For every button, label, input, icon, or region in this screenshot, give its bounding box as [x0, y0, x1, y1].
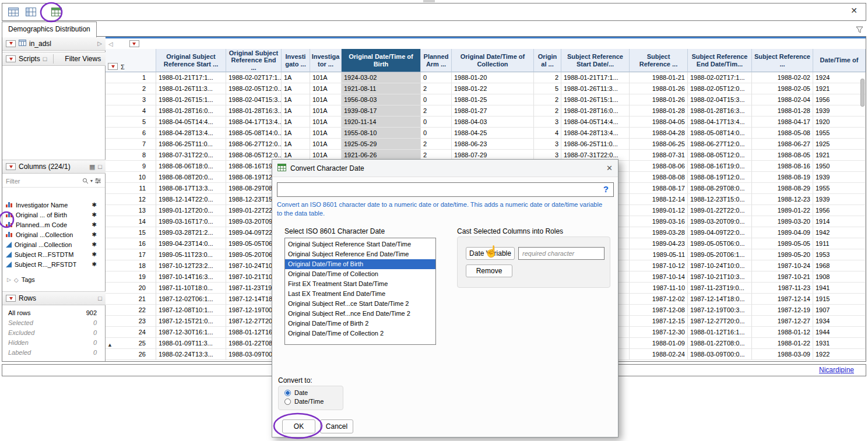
- remove-button[interactable]: Remove: [466, 264, 512, 277]
- column-list-item[interactable]: Original ...Collection✱: [2, 239, 105, 249]
- cell[interactable]: 1987-12-08: [630, 305, 688, 316]
- cell[interactable]: 1925-05-29: [342, 139, 421, 150]
- cell[interactable]: 1988-08-17T13:3...: [156, 183, 226, 194]
- cell[interactable]: 1987-12-27T20:0...: [688, 316, 752, 327]
- cell[interactable]: 1988-02-05T12:0...: [226, 83, 282, 94]
- cell[interactable]: 1988-12-14T22:0...: [156, 194, 226, 205]
- cell[interactable]: 1988-01-09: [630, 338, 688, 349]
- cell[interactable]: 1989-03-28: [630, 227, 688, 238]
- cell[interactable]: 1955: [813, 128, 866, 139]
- cell[interactable]: 1988-02-02T17:1...: [226, 72, 282, 83]
- cell[interactable]: 1988-06-27: [752, 139, 813, 150]
- cell[interactable]: 1988-01-22: [452, 83, 534, 94]
- cell[interactable]: 1988-02-24T13:3...: [156, 349, 226, 360]
- cell[interactable]: 1988-06-27T12:0...: [688, 139, 752, 150]
- cell[interactable]: 1934: [813, 316, 866, 327]
- cell[interactable]: 1989-03-16T17:0...: [156, 216, 226, 227]
- filter-input[interactable]: Filter: [6, 178, 20, 185]
- cell[interactable]: 1989-05-11: [630, 249, 688, 260]
- cell[interactable]: 1941: [813, 283, 866, 294]
- cell[interactable]: 1925: [813, 139, 866, 150]
- cell[interactable]: 1987-12-14: [752, 294, 813, 305]
- cell[interactable]: 1A: [282, 94, 310, 105]
- listbox-item[interactable]: Original Date/Time of Collection 2: [285, 329, 435, 338]
- cell[interactable]: 1987-12-08T10:1...: [156, 305, 226, 316]
- table-row[interactable]: 51988-04-05T14:4...1988-04-17T13:4...1A1…: [106, 117, 866, 128]
- cell[interactable]: 1955: [813, 183, 866, 194]
- cell[interactable]: 1988-02-04: [752, 94, 813, 105]
- listbox-item[interactable]: Original Subject Ref...nce End Date/Time…: [285, 309, 435, 319]
- cell[interactable]: 1988-01-26T11:3...: [156, 83, 226, 94]
- listbox-item[interactable]: Original Date/Time of Collection: [285, 269, 435, 279]
- cell[interactable]: 1988-04-28T13:4...: [561, 128, 630, 139]
- column-list-item[interactable]: Original ...Collection✱: [2, 230, 105, 239]
- row-number[interactable]: 4: [106, 105, 156, 117]
- vertical-scrollbar[interactable]: [860, 79, 865, 107]
- cell[interactable]: 1988-08-19: [752, 172, 813, 183]
- row-number[interactable]: 13: [106, 205, 156, 216]
- data-table-icon[interactable]: [7, 6, 20, 19]
- cell[interactable]: 1989-05-11T23:0...: [156, 249, 226, 260]
- column-header[interactable]: Original Date/Time of Birth: [342, 49, 421, 72]
- cell[interactable]: 1989-05-05T06:0...: [688, 238, 752, 249]
- cell[interactable]: 1988-04-17: [752, 117, 813, 128]
- cell[interactable]: 1988-06-25T11:0...: [561, 139, 630, 150]
- cell[interactable]: 1988-04-28T13:4...: [156, 128, 226, 139]
- rows-menu-button[interactable]: [6, 295, 16, 302]
- cell[interactable]: 1988-01-22T08:0...: [688, 338, 752, 349]
- cell[interactable]: 1988-01-25: [452, 94, 534, 105]
- column-header[interactable]: Original Subject Reference End ...: [226, 49, 282, 72]
- cell[interactable]: 1987-11-23T19:0...: [688, 283, 752, 294]
- cell[interactable]: 1A: [282, 139, 310, 150]
- cell[interactable]: 1988-02-05T12:0...: [688, 83, 752, 94]
- row-number[interactable]: 19: [106, 271, 156, 283]
- table-row[interactable]: 21988-01-26T11:3...1988-02-05T12:0...1A1…: [106, 83, 866, 94]
- column-header[interactable]: Planned Arm ...: [421, 49, 452, 72]
- row-number[interactable]: 5: [106, 117, 156, 128]
- cell[interactable]: 1988-04-05: [630, 117, 688, 128]
- columns-filter-row[interactable]: Filter ▾: [2, 175, 105, 188]
- collapse-arrow-icon[interactable]: ▷: [97, 40, 102, 47]
- search-icon[interactable]: [82, 176, 89, 186]
- filter-views-label[interactable]: Filter Views: [65, 55, 101, 63]
- cell[interactable]: 1987-12-15T21:0...: [156, 316, 226, 327]
- cell[interactable]: 101A: [310, 117, 342, 128]
- cell[interactable]: 2: [421, 105, 452, 117]
- cell[interactable]: 101A: [310, 139, 342, 150]
- cell[interactable]: 1988-01-28T16:0...: [156, 105, 226, 117]
- cell[interactable]: 1988-02-02: [752, 72, 813, 83]
- columns-menu-button[interactable]: [6, 163, 16, 170]
- cell[interactable]: 1987-10-12T23:2...: [156, 260, 226, 271]
- filter-settings-icon[interactable]: [94, 176, 101, 186]
- cell[interactable]: 1988-05-08: [752, 128, 813, 139]
- listbox-item[interactable]: Original Subject Ref...ce Start Date/Tim…: [285, 299, 435, 309]
- listbox-item[interactable]: Original Subject Reference Start Date/Ti…: [285, 239, 435, 249]
- cell[interactable]: 1988-03-09T00:0...: [688, 349, 752, 360]
- cell[interactable]: 1989-05-20T06:1...: [688, 249, 752, 260]
- panel-dock-icon[interactable]: □: [43, 55, 47, 62]
- cell[interactable]: 1A: [282, 83, 310, 94]
- table-row[interactable]: 31988-01-26T15:1...1988-02-04T15:3...1A1…: [106, 94, 866, 105]
- cell[interactable]: 1939-08-17: [342, 105, 421, 117]
- cell[interactable]: 1987-12-19T00:3...: [688, 305, 752, 316]
- cell[interactable]: 1988-08-08T20:0...: [156, 172, 226, 183]
- cell[interactable]: 1988-06-25: [630, 139, 688, 150]
- cell[interactable]: 3: [534, 139, 561, 150]
- cell[interactable]: 1988-08-06T18:0...: [156, 161, 226, 172]
- column-header[interactable]: Original Subject Reference Start ...: [156, 49, 226, 72]
- cell[interactable]: 1989-05-05: [752, 238, 813, 249]
- cell[interactable]: 1988-01-21: [630, 72, 688, 83]
- cell[interactable]: 1942: [813, 227, 866, 238]
- table-row[interactable]: 11988-01-21T17:1...1988-02-02T17:1...1A1…: [106, 72, 866, 83]
- cell[interactable]: 1989-04-23: [630, 238, 688, 249]
- nicardipine-link[interactable]: Nicardipine: [819, 366, 854, 374]
- column-header[interactable]: Original Date/Time of Collection: [452, 49, 534, 72]
- row-number[interactable]: 21: [106, 294, 156, 305]
- cell[interactable]: 1987-11-23: [752, 283, 813, 294]
- convert-date-addin-icon[interactable]: [50, 6, 63, 19]
- row-number[interactable]: 12: [106, 194, 156, 205]
- cell[interactable]: 2: [421, 139, 452, 150]
- row-number[interactable]: 1: [106, 72, 156, 83]
- cell[interactable]: 1988-07-31T22:0...: [156, 150, 226, 161]
- search-options-caret-icon[interactable]: ▾: [90, 178, 93, 184]
